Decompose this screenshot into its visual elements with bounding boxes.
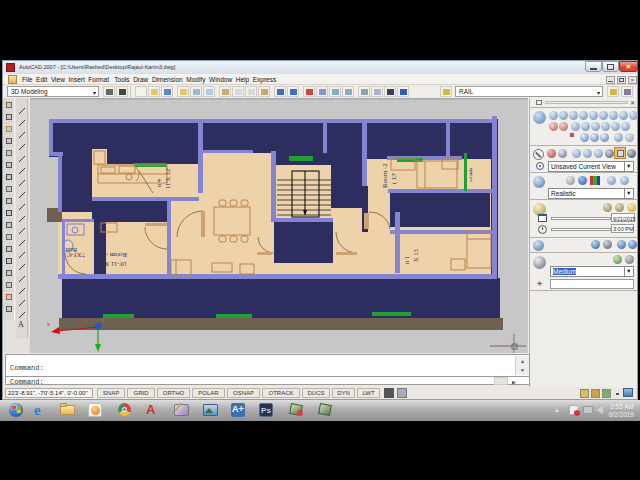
- svg-text:X 13: X 13: [412, 249, 419, 262]
- svg-text:n 4: n 4: [155, 178, 162, 187]
- svg-text:11'X 12': 11'X 12': [164, 168, 171, 189]
- svg-text:z: z: [102, 317, 105, 323]
- svg-text:n 1: n 1: [403, 256, 410, 264]
- svg-text:Room -2: Room -2: [381, 163, 389, 188]
- svg-text:7'X3'-6": 7'X3'-6": [67, 252, 85, 258]
- svg-text:10'-11 X 12': 10'-11 X 12': [95, 261, 127, 268]
- svg-text:Room -3: Room -3: [102, 251, 127, 259]
- svg-text:( 13': ( 13': [390, 173, 398, 184]
- svg-text:veranda: veranda: [468, 168, 473, 182]
- svg-text:x: x: [47, 321, 50, 327]
